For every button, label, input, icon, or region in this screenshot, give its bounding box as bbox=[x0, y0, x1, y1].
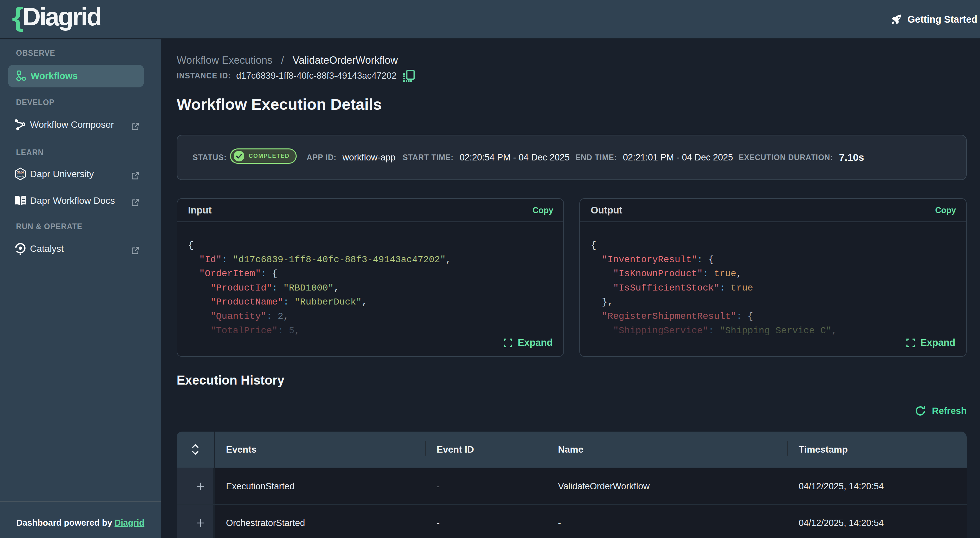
svg-text:University: University bbox=[17, 176, 24, 177]
svg-text:dapr: dapr bbox=[17, 171, 24, 174]
